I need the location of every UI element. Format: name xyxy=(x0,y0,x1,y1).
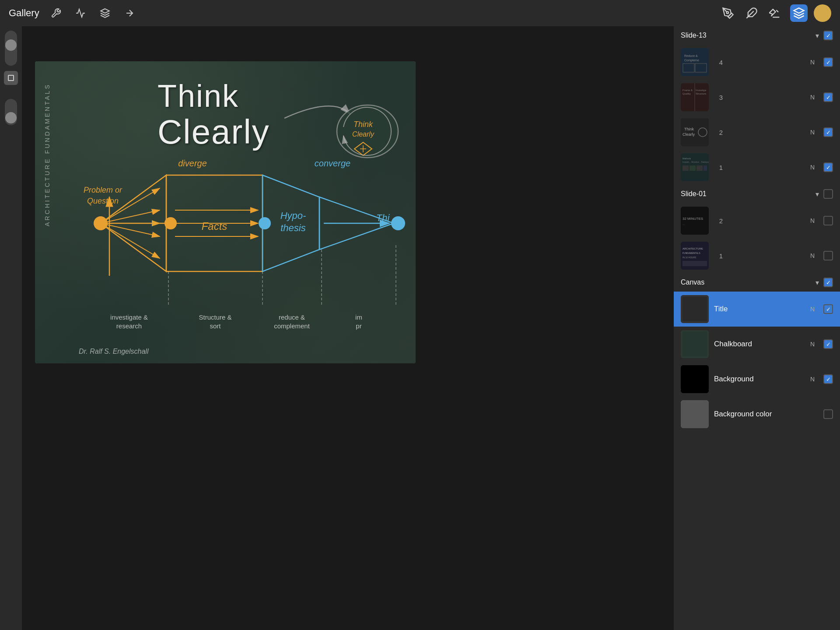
svg-marker-3 xyxy=(794,8,804,13)
user-avatar[interactable] xyxy=(814,4,831,22)
svg-text:IN 10 HOURS: IN 10 HOURS xyxy=(682,256,696,259)
layer-mode-slide01-1: N xyxy=(810,252,815,259)
layer-checkbox-slide13-3[interactable]: ✓ xyxy=(823,92,833,102)
svg-rect-74 xyxy=(696,165,703,171)
layer-checkbox-slide13-4[interactable]: ✓ xyxy=(823,57,833,67)
layer-num-slide13-3: 3 xyxy=(714,94,723,101)
layer-mode-title: N xyxy=(810,306,815,313)
size-slider[interactable] xyxy=(5,99,17,125)
layer-slide13-2[interactable]: Think Clearly 2 N ✓ xyxy=(674,115,840,150)
layer-checkbox-title[interactable]: ✓ xyxy=(823,304,833,314)
group-slide-01-chevron[interactable]: ▾ xyxy=(816,190,819,198)
left-sidebar xyxy=(0,26,22,630)
layer-name-title: Title xyxy=(714,305,728,313)
layers-scroll[interactable]: Slide-13 ▾ ✓ Reduce & Compleme 4 N ✓ xyxy=(674,26,840,630)
layer-num-slide13-2: 2 xyxy=(714,129,723,136)
svg-text:Problem or: Problem or xyxy=(84,186,122,194)
group-canvas[interactable]: Canvas ▾ ✓ xyxy=(674,273,840,292)
group-slide-01[interactable]: Slide-01 ▾ xyxy=(674,185,840,203)
layer-slide13-4[interactable]: Reduce & Compleme 4 N ✓ xyxy=(674,45,840,80)
smudge-tool-icon[interactable] xyxy=(743,4,760,22)
layer-thumb-canvas-title xyxy=(681,295,709,323)
top-bar-left: Gallery xyxy=(9,5,137,21)
arrow-icon[interactable] xyxy=(122,5,137,21)
layer-thumb-chalkboard xyxy=(681,330,709,358)
layer-name-chalkboard: Chalkboard xyxy=(714,340,752,348)
svg-text:investigate &: investigate & xyxy=(110,313,148,321)
svg-rect-83 xyxy=(682,261,707,266)
svg-rect-89 xyxy=(681,400,709,428)
layer-num-slide01-1: 1 xyxy=(714,252,723,260)
top-bar-right xyxy=(719,4,831,22)
group-slide-13-checkbox[interactable]: ✓ xyxy=(823,31,833,40)
layer-mode-background: N xyxy=(810,376,815,383)
layer-canvas-title[interactable]: Title N ✓ xyxy=(674,292,840,327)
layer-canvas-chalkboard[interactable]: Chalkboard N ✓ xyxy=(674,327,840,362)
svg-text:FUNDAMENTALS: FUNDAMENTALS xyxy=(682,252,700,254)
layer-checkbox-bg-color[interactable] xyxy=(823,409,833,419)
checkmark: ✓ xyxy=(826,129,831,136)
svg-text:Clearly: Clearly xyxy=(352,130,374,138)
svg-text:Investiga: Investiga xyxy=(696,89,707,92)
svg-text:diverge: diverge xyxy=(178,158,207,168)
eraser-tool-icon[interactable] xyxy=(766,4,784,22)
layer-checkbox-slide13-2[interactable]: ✓ xyxy=(823,127,833,137)
checkmark: ✓ xyxy=(826,376,831,383)
group-slide-01-checkbox[interactable] xyxy=(823,189,833,199)
layer-slide01-1[interactable]: ARCHITECTURE FUNDAMENTALS IN 10 HOURS 1 … xyxy=(674,238,840,273)
layer-slide13-1[interactable]: Methods Investi... Structur... Reduce...… xyxy=(674,150,840,185)
group-canvas-checkbox[interactable]: ✓ xyxy=(823,278,833,287)
layer-name-background: Background xyxy=(714,375,754,384)
svg-point-1 xyxy=(727,12,729,14)
layers-tool-icon[interactable] xyxy=(790,4,808,22)
svg-point-33 xyxy=(391,216,405,230)
layer-checkbox-background[interactable]: ✓ xyxy=(823,374,833,384)
chalk-credit: Dr. Ralf S. Engelschall xyxy=(79,348,148,355)
svg-text:Clearly: Clearly xyxy=(682,132,695,137)
svg-rect-54 xyxy=(681,48,709,76)
group-slide-13-chevron[interactable]: ▾ xyxy=(816,32,819,40)
pen-tool-icon[interactable] xyxy=(719,4,737,22)
svg-text:Frame &: Frame & xyxy=(682,89,693,92)
layer-checkbox-chalkboard[interactable]: ✓ xyxy=(823,339,833,349)
layer-slide13-3[interactable]: Frame & Quality Investiga Structure 3 N … xyxy=(674,80,840,115)
layer-canvas-background[interactable]: Background N ✓ xyxy=(674,362,840,397)
layer-num-slide01-2: 2 xyxy=(714,217,723,225)
group-slide-13[interactable]: Slide-13 ▾ ✓ xyxy=(674,26,840,45)
svg-text:Methods: Methods xyxy=(682,157,691,160)
svg-text:reduce &: reduce & xyxy=(279,313,305,321)
svg-text:pr: pr xyxy=(356,322,361,330)
svg-text:im: im xyxy=(355,313,362,321)
smudge-icon[interactable] xyxy=(97,5,113,21)
svg-text:ARCHITECTURE: ARCHITECTURE xyxy=(682,247,703,250)
layer-slide01-2[interactable]: 32 MINUTES ... 2 N xyxy=(674,203,840,238)
magic-icon[interactable] xyxy=(73,5,88,21)
group-canvas-chevron[interactable]: ▾ xyxy=(816,278,819,287)
layer-thumb-slide13-4: Reduce & Compleme xyxy=(681,48,709,76)
gallery-button[interactable]: Gallery xyxy=(9,7,39,19)
layer-checkbox-slide01-1[interactable] xyxy=(823,251,833,260)
svg-text:Question: Question xyxy=(87,197,119,205)
checkmark: ✓ xyxy=(826,279,831,286)
layer-checkbox-slide13-1[interactable]: ✓ xyxy=(823,162,833,172)
layer-checkbox-slide01-2[interactable] xyxy=(823,216,833,225)
wrench-icon[interactable] xyxy=(48,5,64,21)
checkmark: ✓ xyxy=(826,94,831,101)
checkmark: ✓ xyxy=(826,32,831,39)
sidebar-square-btn[interactable] xyxy=(4,71,18,85)
opacity-slider[interactable] xyxy=(5,31,17,66)
svg-text:32 MINUTES: 32 MINUTES xyxy=(682,217,703,221)
size-handle xyxy=(5,112,17,123)
svg-text:Quality: Quality xyxy=(682,92,691,95)
layer-num-slide13-1: 1 xyxy=(714,164,723,171)
svg-text:Thi: Thi xyxy=(376,212,390,223)
svg-text:Reduce &: Reduce & xyxy=(684,54,698,57)
svg-rect-72 xyxy=(682,165,689,171)
layer-thumb-slide13-3: Frame & Quality Investiga Structure xyxy=(681,83,709,111)
layer-mode-chalkboard: N xyxy=(810,341,815,348)
svg-text:sort: sort xyxy=(210,322,221,330)
top-bar: Gallery xyxy=(0,0,840,26)
svg-rect-88 xyxy=(681,365,709,393)
svg-rect-85 xyxy=(682,297,707,321)
layer-background-color[interactable]: Background color xyxy=(674,397,840,432)
